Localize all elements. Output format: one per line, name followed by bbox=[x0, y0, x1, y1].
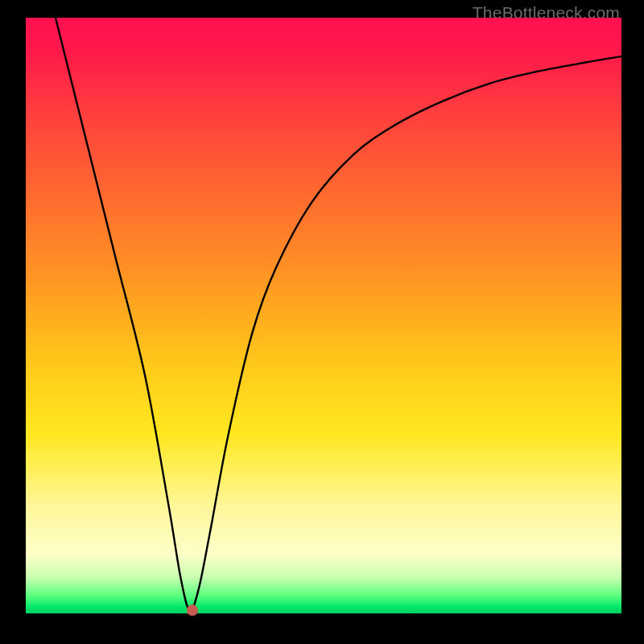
curve-svg bbox=[26, 18, 621, 613]
bottleneck-curve bbox=[56, 18, 621, 611]
minimum-marker bbox=[187, 605, 198, 616]
chart-frame: TheBottleneck.com bbox=[0, 0, 644, 644]
plot-area bbox=[26, 18, 621, 613]
